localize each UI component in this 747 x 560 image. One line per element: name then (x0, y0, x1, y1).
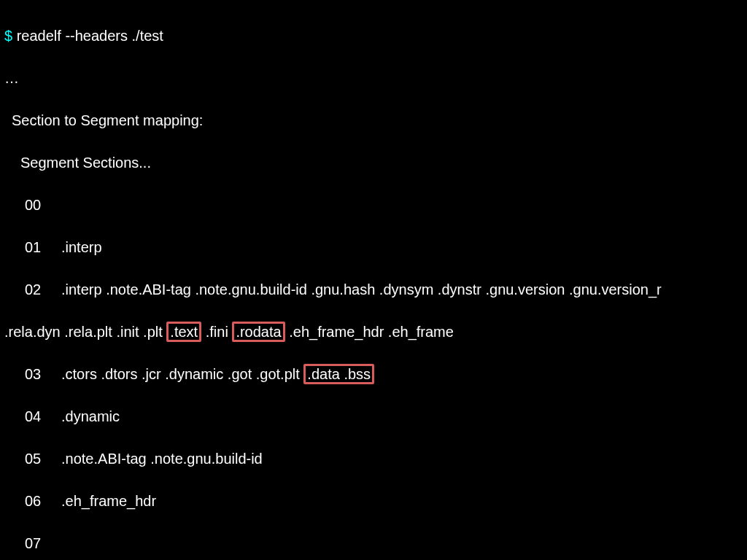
segment-row: 03.ctors .dtors .jcr .dynamic .got .got.… (4, 364, 743, 385)
mapping-title: Section to Segment mapping: (4, 110, 743, 131)
segment-row: 06.eh_frame_hdr (4, 491, 743, 512)
ellipsis: … (4, 68, 743, 89)
segment-sections-header: Segment Sections... (4, 152, 743, 174)
highlight-data-bss-section: .data .bss (303, 364, 374, 384)
highlight-rodata-section: .rodata (232, 322, 285, 342)
segment-row: 07 (4, 533, 743, 554)
shell-prompt: $ (4, 28, 12, 44)
segment-row: 05.note.ABI-tag .note.gnu.build-id (4, 448, 743, 470)
terminal-output: $ readelf --headers ./test … Section to … (0, 0, 747, 560)
segment-row: 04.dynamic (4, 406, 743, 427)
segment-row: 02.interp .note.ABI-tag .note.gnu.build-… (4, 279, 743, 300)
segment-row: 00 (4, 195, 743, 216)
segment-row: 01.interp (4, 237, 743, 258)
command-line: readelf --headers ./test (17, 28, 163, 44)
highlight-text-section: .text (166, 322, 201, 342)
segment-row-wrap: .rela.dyn .rela.plt .init .plt .text .fi… (4, 322, 743, 343)
